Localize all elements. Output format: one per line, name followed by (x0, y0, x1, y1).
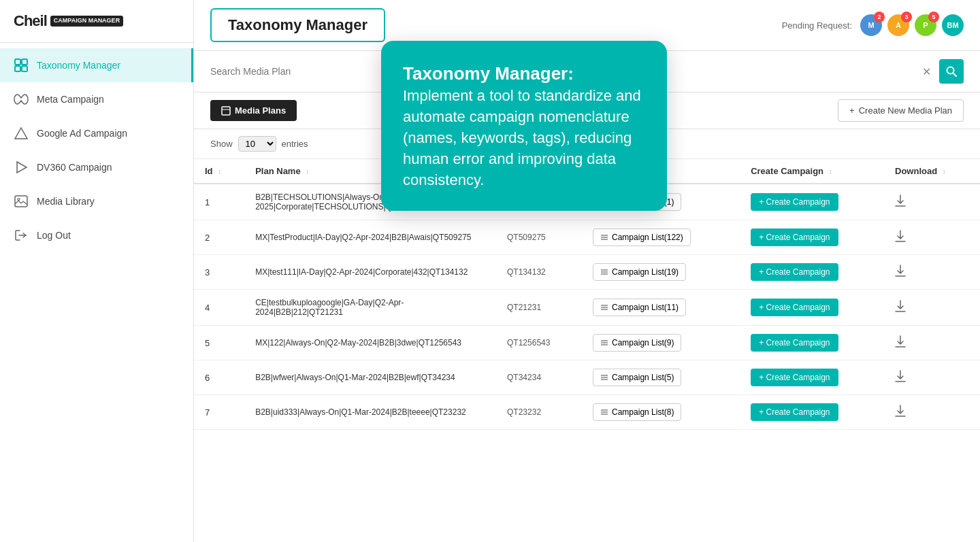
svg-rect-11 (222, 107, 230, 115)
download-button[interactable] (895, 230, 906, 245)
table-row: 3 MX|test111|IA-Day|Q2-Apr-2024|Corporat… (194, 255, 980, 290)
triangle-icon (14, 126, 29, 141)
cell-create-campaign: + Create Campaign (740, 255, 884, 290)
media-plans-label: Media Plans (235, 105, 286, 116)
cell-qt: QT134132 (496, 255, 582, 290)
create-campaign-button[interactable]: + Create Campaign (751, 369, 838, 386)
campaign-list-button[interactable]: Campaign List(9) (593, 334, 681, 352)
svg-rect-0 (15, 59, 20, 65)
col-download[interactable]: Download ↕ (884, 159, 980, 184)
sidebar-item-media[interactable]: Media Library (0, 184, 193, 218)
tooltip-overlay: Taxonomy Manager: Implement a tool to st… (381, 41, 667, 211)
table-row: 2 MX|TestProduct|IA-Day|Q2-Apr-2024|B2B|… (194, 220, 980, 255)
cell-id: 4 (194, 290, 244, 326)
svg-rect-3 (22, 66, 27, 71)
badge-bm[interactable]: BM (942, 14, 964, 36)
badge-programmatic[interactable]: P 5 (915, 14, 936, 36)
svg-marker-4 (15, 128, 27, 139)
download-button[interactable] (895, 370, 906, 385)
cell-plan-name: MX|test111|IA-Day|Q2-Apr-2024|Corporate|… (244, 255, 496, 290)
cell-create-campaign: + Create Campaign (740, 290, 884, 326)
badge-amazon[interactable]: A 3 (887, 14, 909, 36)
download-button[interactable] (895, 300, 906, 315)
svg-rect-1 (22, 59, 27, 65)
campaign-list-button[interactable]: Campaign List(5) (593, 369, 681, 386)
image-icon (14, 194, 29, 209)
pending-label: Pending Request: (782, 20, 852, 31)
logout-icon (14, 228, 29, 243)
grid-icon (14, 58, 29, 73)
sidebar-item-meta[interactable]: Meta Campaign (0, 82, 193, 116)
create-media-plan-button[interactable]: + Create New Media Plan (838, 99, 964, 122)
cell-id: 1 (194, 184, 244, 220)
download-button[interactable] (895, 265, 906, 280)
cell-campaign-list: Campaign List(9) (582, 326, 740, 360)
media-plans-tab[interactable]: Media Plans (210, 100, 297, 121)
sidebar: Cheil CAMPAIGN MANAGER Taxonomy Manager (0, 0, 194, 542)
sidebar-logo: Cheil CAMPAIGN MANAGER (0, 0, 193, 43)
cell-campaign-list: Campaign List(11) (582, 290, 740, 326)
cell-download (884, 360, 980, 395)
campaign-list-button[interactable]: Campaign List(19) (593, 263, 686, 281)
svg-rect-6 (15, 196, 27, 207)
cell-campaign-list: Campaign List(122) (582, 220, 740, 255)
tooltip-body: Implement a tool to standardize and auto… (403, 87, 641, 188)
col-id[interactable]: Id ↕ (194, 159, 244, 184)
table-row: 4 CE|testbulkuploagoogle|GA-Day|Q2-Apr-2… (194, 290, 980, 326)
campaign-list-button[interactable]: Campaign List(122) (593, 228, 691, 246)
meta-icon (14, 92, 29, 107)
cell-plan-name: MX|TestProduct|IA-Day|Q2-Apr-2024|B2B|Aw… (244, 220, 496, 255)
cell-campaign-list: Campaign List(8) (582, 395, 740, 430)
cell-campaign-list: Campaign List(19) (582, 255, 740, 290)
cell-qt: QT509275 (496, 220, 582, 255)
create-campaign-button[interactable]: + Create Campaign (751, 334, 838, 352)
sidebar-label-logout: Log Out (37, 230, 71, 241)
cell-id: 3 (194, 255, 244, 290)
create-label: Create New Media Plan (859, 105, 952, 116)
cell-plan-name: CE|testbulkuploagoogle|GA-Day|Q2-Apr-202… (244, 290, 496, 326)
table-row: 7 B2B|uid333|Always-On|Q1-Mar-2024|B2B|t… (194, 395, 980, 430)
search-button[interactable] (939, 59, 964, 84)
download-button[interactable] (895, 194, 906, 209)
svg-rect-2 (15, 66, 20, 71)
create-campaign-button[interactable]: + Create Campaign (751, 193, 838, 211)
cell-qt: QT21231 (496, 290, 582, 326)
table-row: 6 B2B|wfwer|Always-On|Q1-Mar-2024|B2B|ew… (194, 360, 980, 395)
header-right: Pending Request: M 2 A 3 P 5 BM (782, 14, 964, 36)
svg-point-7 (18, 199, 20, 201)
main-content: Taxonomy Manager Pending Request: M 2 A … (194, 0, 980, 542)
create-campaign-button[interactable]: + Create Campaign (751, 403, 838, 421)
logo-cheil: Cheil (14, 12, 47, 30)
logo-badge: CAMPAIGN MANAGER (50, 16, 123, 27)
create-campaign-button[interactable]: + Create Campaign (751, 228, 838, 246)
create-campaign-button[interactable]: + Create Campaign (751, 263, 838, 281)
download-button[interactable] (895, 405, 906, 420)
sidebar-item-dv360[interactable]: DV360 Campaign (0, 150, 193, 184)
page-title: Taxonomy Manager (210, 8, 385, 42)
cell-qt: QT23232 (496, 395, 582, 430)
svg-line-10 (953, 73, 957, 77)
cell-id: 2 (194, 220, 244, 255)
cell-download (884, 290, 980, 326)
entries-select[interactable]: 10 25 50 100 (238, 136, 276, 152)
cell-qt: QT1256543 (496, 326, 582, 360)
sidebar-item-logout[interactable]: Log Out (0, 218, 193, 252)
cell-id: 7 (194, 395, 244, 430)
cell-plan-name: B2B|uid333|Always-On|Q1-Mar-2024|B2B|tee… (244, 395, 496, 430)
download-button[interactable] (895, 335, 906, 350)
sidebar-label-meta: Meta Campaign (37, 94, 104, 105)
play-icon (14, 160, 29, 175)
sidebar-item-taxonomy[interactable]: Taxonomy Manager (0, 48, 193, 82)
cell-create-campaign: + Create Campaign (740, 395, 884, 430)
create-campaign-button[interactable]: + Create Campaign (751, 299, 838, 316)
campaign-list-button[interactable]: Campaign List(8) (593, 403, 681, 421)
col-create-campaign[interactable]: Create Campaign ↕ (740, 159, 884, 184)
cell-download (884, 326, 980, 360)
sidebar-item-google[interactable]: Google Ad Campaign (0, 116, 193, 150)
campaign-list-button[interactable]: Campaign List(11) (593, 299, 686, 316)
table-row: 5 MX|122|Always-On|Q2-May-2024|B2B|3dwe|… (194, 326, 980, 360)
sidebar-nav: Taxonomy Manager Meta Campaign Google Ad… (0, 43, 193, 542)
close-icon[interactable]: ✕ (922, 65, 931, 78)
badge-meta[interactable]: M 2 (860, 14, 882, 36)
cell-create-campaign: + Create Campaign (740, 360, 884, 395)
